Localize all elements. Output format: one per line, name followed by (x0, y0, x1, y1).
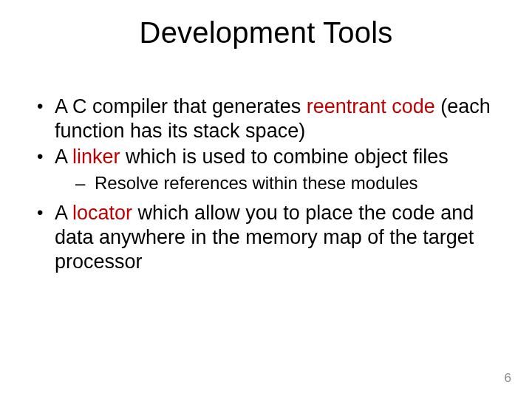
highlight-text: linker (72, 146, 120, 168)
bullet-item: A C compiler that generates reentrant co… (34, 95, 498, 143)
slide-content: A C compiler that generates reentrant co… (34, 95, 498, 276)
bullet-text: which is used to combine object files (120, 146, 449, 168)
highlight-text: reentrant code (307, 95, 435, 117)
sub-bullet-text: Resolve references within these modules (95, 173, 418, 193)
sub-bullet-list: Resolve references within these modules (55, 172, 498, 194)
bullet-text: A (55, 146, 72, 168)
highlight-text: locator (72, 202, 132, 224)
page-number: 6 (505, 371, 511, 386)
bullet-text: A C compiler that generates (55, 95, 307, 117)
sub-bullet-item: Resolve references within these modules (55, 172, 498, 194)
slide: Development Tools A C compiler that gene… (0, 0, 532, 399)
bullet-list: A C compiler that generates reentrant co… (34, 95, 498, 274)
bullet-item: A locator which allow you to place the c… (34, 201, 498, 274)
bullet-item: A linker which is used to combine object… (34, 145, 498, 194)
bullet-text: A (55, 202, 72, 224)
slide-title: Development Tools (0, 16, 532, 50)
